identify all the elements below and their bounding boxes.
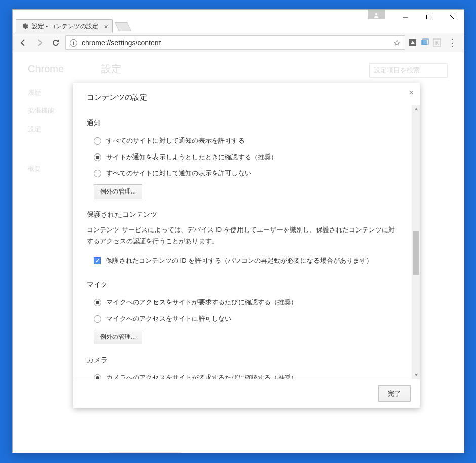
radio-icon: [94, 137, 101, 145]
modal-title: コンテンツの設定: [87, 93, 147, 101]
scroll-down-icon[interactable]: [412, 371, 420, 379]
forward-button[interactable]: [33, 36, 46, 49]
svg-text:K: K: [435, 40, 439, 46]
reload-button[interactable]: [49, 36, 62, 49]
scroll-thumb[interactable]: [413, 231, 419, 275]
radio-icon: [94, 315, 101, 323]
svg-point-0: [375, 13, 377, 15]
radio-icon: [94, 374, 101, 379]
camera-heading: カメラ: [87, 356, 399, 365]
microphone-ask-radio[interactable]: マイクへのアクセスをサイトが要求するたびに確認する（推奨）: [87, 294, 399, 311]
protected-content-description: コンテンツ サービスによっては、デバイス ID を使用してユーザーを識別し、保護…: [87, 224, 399, 247]
info-icon[interactable]: i: [70, 39, 77, 47]
modal-footer: 完了: [73, 379, 420, 408]
modal-close-icon[interactable]: ×: [409, 88, 414, 98]
gear-icon: [21, 23, 28, 30]
page-title: 設定: [101, 62, 122, 76]
extension-icon-1[interactable]: [408, 38, 417, 47]
microphone-heading: マイク: [87, 280, 399, 289]
tab-title: 設定 - コンテンツの設定: [32, 22, 98, 31]
svg-marker-11: [415, 108, 418, 110]
notifications-block-radio[interactable]: すべてのサイトに対して通知の表示を許可しない: [87, 165, 399, 181]
chrome-window: 設定 - コンテンツの設定 × i chrome://settings/cont…: [12, 9, 464, 453]
svg-rect-2: [427, 15, 431, 19]
notifications-heading: 通知: [87, 119, 399, 128]
tab-close-icon[interactable]: ×: [104, 23, 108, 30]
browser-tab[interactable]: 設定 - コンテンツの設定 ×: [16, 19, 113, 33]
extension-icon-3[interactable]: K: [432, 38, 442, 47]
modal-header: コンテンツの設定 ×: [73, 83, 420, 105]
notifications-manage-exceptions-button[interactable]: 例外の管理...: [94, 184, 142, 199]
content-area: Chrome 履歴 拡張機能 設定 概要 設定 設定項目を検索 プロキシ設定の変…: [13, 52, 464, 453]
bookmark-star-icon[interactable]: ☆: [393, 38, 401, 48]
address-bar[interactable]: i chrome://settings/content ☆: [65, 35, 405, 50]
protected-content-heading: 保護されたコンテンツ: [87, 210, 399, 219]
modal-scrollbar[interactable]: [412, 105, 420, 379]
settings-search-input[interactable]: 設定項目を検索: [369, 63, 448, 78]
camera-ask-radio[interactable]: カメラへのアクセスをサイトが要求するたびに確認する（推奨）: [87, 370, 399, 379]
notifications-ask-radio[interactable]: サイトが通知を表示しようとしたときに確認する（推奨）: [87, 149, 399, 165]
tab-strip: 設定 - コンテンツの設定 ×: [13, 19, 464, 33]
radio-icon: [94, 170, 101, 177]
svg-marker-12: [415, 374, 418, 376]
microphone-block-radio[interactable]: マイクへのアクセスをサイトに許可しない: [87, 311, 399, 327]
new-tab-button[interactable]: [115, 22, 131, 31]
content-settings-modal: コンテンツの設定 × 通知 すべてのサイトに対して通知の表示を許可する サイトが…: [73, 83, 420, 408]
back-button[interactable]: [17, 36, 30, 49]
url-text: chrome://settings/content: [82, 38, 161, 47]
radio-icon: [94, 153, 101, 161]
done-button[interactable]: 完了: [378, 385, 411, 402]
proxy-settings-button[interactable]: プロキシ設定の変更...: [110, 452, 181, 453]
modal-body: 通知 すべてのサイトに対して通知の表示を許可する サイトが通知を表示しようとした…: [73, 105, 412, 379]
microphone-manage-exceptions-button[interactable]: 例外の管理...: [94, 330, 142, 344]
scroll-up-icon[interactable]: [412, 105, 420, 113]
checkbox-icon: [94, 257, 101, 264]
notifications-allow-radio[interactable]: すべてのサイトに対して通知の表示を許可する: [87, 133, 399, 149]
chrome-menu-button[interactable]: ⋮: [445, 37, 460, 48]
protected-content-checkbox-row[interactable]: 保護されたコンテンツの ID を許可する（パソコンの再起動が必要になる場合があり…: [87, 253, 399, 269]
toolbar: i chrome://settings/content ☆ K ⋮: [13, 33, 464, 52]
extension-icon-2[interactable]: [420, 38, 429, 47]
radio-icon: [94, 299, 101, 306]
